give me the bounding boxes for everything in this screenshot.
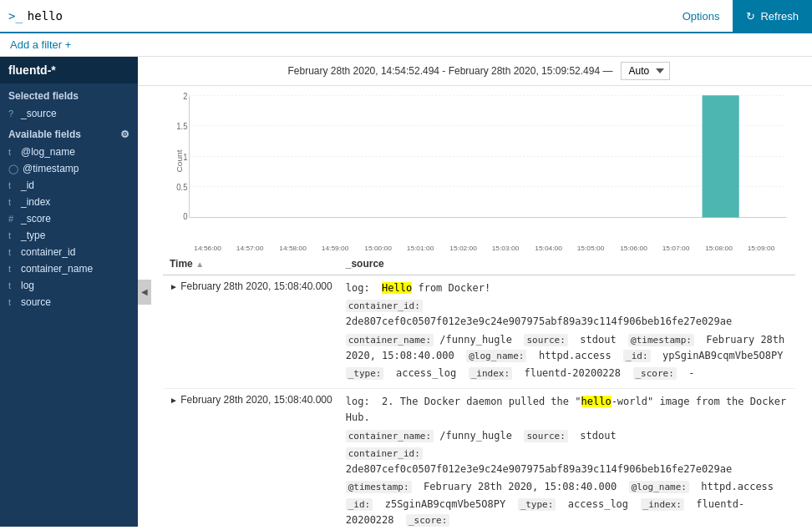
gear-icon[interactable]: ⚙ [120,129,129,140]
svg-text:15:08:00: 15:08:00 [705,245,733,252]
field-type-t: t [8,264,17,274]
field-label: source [21,296,51,308]
svg-text:15:04:00: 15:04:00 [535,245,562,252]
log-line: log: Hello from Docker! [346,280,789,296]
field-type-t: t [8,280,17,290]
svg-text:1.5: 1.5 [176,121,188,130]
svg-text:15:09:00: 15:09:00 [748,245,775,252]
histogram-chart: 2 1.5 1 0.5 0 Count [163,86,795,236]
selected-fields-label: Selected fields [8,90,79,102]
sort-icon[interactable]: ▲ [195,260,204,269]
add-filter-button[interactable]: Add a filter + [10,38,71,51]
table-row: ► February 28th 2020, 15:08:40.000 log: … [163,275,795,389]
detail-line: container_id: 2de807cef0c0507f012e3e9c24… [346,446,789,477]
search-input[interactable] [28,9,661,23]
search-prompt-icon: >_ [8,9,23,23]
time-cell: ► February 28th 2020, 15:08:40.000 [163,275,339,389]
field-type-field[interactable]: t _type [0,227,138,244]
field-container-name[interactable]: t container_name [0,260,138,277]
selected-fields-header: Selected fields [0,83,138,105]
col-time-header: Time ▲ [163,253,339,275]
svg-text:15:03:00: 15:03:00 [492,245,520,252]
field-label: _index [21,196,50,208]
svg-text:15:07:00: 15:07:00 [662,245,690,252]
chart-area: 2 1.5 1 0.5 0 Count 14:56:00 14:57:00 14… [138,86,812,253]
source-cell: log: Hello from Docker! container_id: 2d… [339,275,795,389]
field-type-icon: ? [8,109,17,119]
field-type-t: t [8,230,17,240]
svg-text:14:57:00: 14:57:00 [236,245,264,252]
field-type-t: t [8,247,17,257]
svg-text:15:01:00: 15:01:00 [407,245,434,252]
field-index[interactable]: t _index [0,194,138,210]
field-label: _type [21,230,45,241]
detail-line: container_name: /funny_hugle source: std… [346,332,789,364]
expand-row-button[interactable]: ► [170,282,178,291]
content-area: ◀ February 28th 2020, 14:54:52.494 - Feb… [138,57,812,527]
svg-text:15:05:00: 15:05:00 [577,245,605,252]
field-label: container_name [21,263,93,275]
detail-line: container_name: /funny_hugle source: std… [346,428,789,444]
svg-text:0.5: 0.5 [176,183,188,192]
sidebar-title: fluentd-* [0,57,138,83]
table-row: ► February 28th 2020, 15:08:40.000 log: … [163,389,795,527]
time-range-text: February 28th 2020, 14:54:52.494 - Febru… [288,65,613,77]
detail-line: _type: access_log _index: fluentd-202002… [346,366,789,381]
selected-field-source[interactable]: ? _source [0,105,138,122]
results-area: Time ▲ _source ► February 28th 2020, 15:… [138,253,812,527]
histogram-bar-active [703,95,739,217]
svg-text:Count: Count [175,149,184,172]
field-type-t: t [8,147,17,157]
expand-row-button[interactable]: ► [170,396,178,405]
refresh-button[interactable]: ↻ Refresh [733,0,812,32]
svg-text:0: 0 [183,211,188,220]
svg-text:2: 2 [183,91,187,100]
field-source[interactable]: t source [0,294,138,310]
search-wrap: >_ [0,0,669,32]
detail-line: @timestamp: February 28th 2020, 15:08:40… [346,479,789,495]
svg-text:15:00:00: 15:00:00 [364,245,392,252]
field-type-t: t [8,197,17,207]
interval-select[interactable]: Auto [621,62,670,80]
svg-text:14:59:00: 14:59:00 [322,245,349,252]
filter-bar: Add a filter + [0,33,812,57]
field-type-clock: ◯ [8,164,18,174]
field-label: _id [21,179,34,191]
field-type-t: t [8,297,17,307]
sidebar: fluentd-* Selected fields ? _source Avai… [0,57,138,527]
field-id[interactable]: t _id [0,177,138,194]
refresh-label: Refresh [760,10,799,23]
results-table: Time ▲ _source ► February 28th 2020, 15:… [163,253,795,527]
options-button[interactable]: Options [669,0,733,32]
field-log[interactable]: t log [0,277,138,294]
svg-text:14:56:00: 14:56:00 [194,245,221,252]
field-label: log [21,280,34,291]
field-container-id[interactable]: t container_id [0,244,138,260]
field-name: _source [21,108,57,119]
field-type-hash: # [8,214,17,224]
available-fields-header: Available fields ⚙ [0,122,138,144]
detail-line: _id: z5SginAB9cqmVbe5O8PY _type: access_… [346,497,789,527]
svg-text:14:58:00: 14:58:00 [279,245,307,252]
field-label: @timestamp [23,163,79,174]
detail-line: container_id: 2de807cef0c0507f012e3e9c24… [346,298,789,330]
svg-text:15:06:00: 15:06:00 [620,245,647,252]
highlight-hello: Hello [382,282,412,294]
time-value: February 28th 2020, 15:08:40.000 [180,280,332,292]
svg-text:15:02:00: 15:02:00 [449,245,477,252]
field-timestamp[interactable]: ◯ @timestamp [0,160,138,177]
time-range-bar: February 28th 2020, 14:54:52.494 - Febru… [138,57,812,86]
col-time-label: Time [170,258,193,270]
field-score[interactable]: # _score [0,210,138,227]
col-source-header: _source [339,253,795,275]
sidebar-collapse-button[interactable]: ◀ [138,280,151,305]
available-fields-label: Available fields [8,129,81,140]
log-line: log: 2. The Docker daemon pulled the "he… [346,394,789,426]
field-label: _score [21,213,51,225]
source-cell: log: 2. The Docker daemon pulled the "he… [339,389,795,527]
top-bar: >_ Options ↻ Refresh [0,0,812,33]
field-log-name[interactable]: t @log_name [0,144,138,160]
main-layout: fluentd-* Selected fields ? _source Avai… [0,57,812,527]
highlight-hello: hello [581,396,612,407]
time-value: February 28th 2020, 15:08:40.000 [180,394,332,406]
